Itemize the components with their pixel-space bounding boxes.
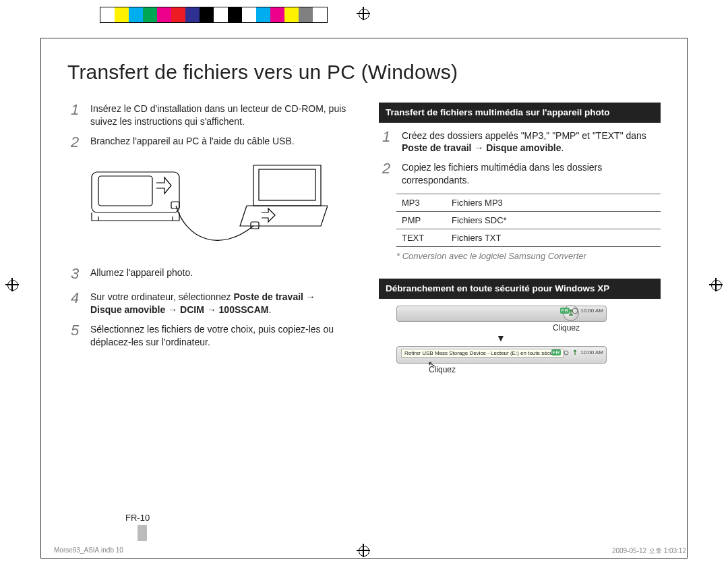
step-number: 3: [67, 264, 82, 284]
tray-usb-icon[interactable]: [572, 349, 578, 356]
color-swatch: [214, 7, 228, 22]
step-5: 5 Sélectionnez les fichiers de votre cho…: [67, 323, 349, 349]
step-number: 2: [67, 132, 82, 152]
table-cell-key: TEXT: [396, 229, 446, 247]
step-text: Sélectionnez les fichiers de votre choix…: [90, 323, 349, 349]
step-number: 1: [67, 100, 82, 128]
registration-mark-icon: [357, 7, 370, 20]
step-text: Insérez le CD d'installation dans un lec…: [90, 103, 349, 128]
mouse-cursor-icon: ↖: [427, 358, 437, 370]
color-swatch: [242, 7, 256, 22]
table-row: MP3Fichiers MP3: [396, 194, 661, 212]
color-swatch: [115, 7, 129, 22]
section-banner-disconnect: Débranchement en toute sécurité pour Win…: [379, 279, 661, 299]
step-1: 1 Insérez le CD d'installation dans un l…: [67, 103, 349, 128]
step-2: 2 Branchez l'appareil au PC à l'aide du …: [67, 135, 349, 152]
tray-lang-label: FR: [551, 349, 562, 355]
svg-rect-4: [171, 202, 179, 208]
color-swatch: [299, 7, 313, 22]
svg-point-8: [564, 351, 568, 355]
right-step-2: 2 Copiez les fichiers multimédia dans le…: [379, 161, 661, 187]
color-swatch: [185, 7, 200, 22]
color-swatch: [270, 7, 284, 22]
tray-lang-label: FR: [560, 308, 570, 314]
page-number-tab: [138, 525, 147, 541]
step-number: 1: [379, 127, 394, 155]
step-number: 5: [67, 320, 82, 349]
down-arrow-icon: ▼: [396, 333, 605, 343]
step-text: Branchez l'appareil au PC à l'aide du câ…: [90, 135, 349, 152]
page-number: FR-10: [125, 513, 150, 523]
svg-rect-5: [251, 222, 259, 229]
registration-mark-icon: [709, 278, 723, 291]
table-cell-value: Fichiers SDC*: [446, 212, 661, 229]
step-number: 2: [379, 159, 394, 187]
registration-mark-icon: [5, 278, 19, 291]
table-footnote: * Conversion avec le logiciel Samsung Co…: [396, 251, 661, 261]
svg-rect-1: [98, 176, 152, 206]
system-tray: FR 10:00 AM: [551, 349, 603, 356]
footer-filename: Morse93_ASIA.indb 10: [54, 546, 123, 554]
color-swatch: [200, 7, 214, 22]
section-banner-multimedia: Transfert de fichiers multimédia sur l'a…: [379, 103, 661, 123]
windows-taskbar-with-tooltip: Retirer USB Mass Storage Device - Lecteu…: [396, 346, 607, 364]
svg-rect-0: [92, 172, 179, 212]
color-swatch: [100, 7, 115, 22]
right-column: Transfert de fichiers multimédia sur l'a…: [379, 103, 661, 374]
table-cell-value: Fichiers TXT: [446, 229, 661, 247]
step-text: Allumez l'appareil photo.: [90, 266, 349, 284]
footer-timestamp: 2009-05-12 오후 1:03:12: [612, 546, 686, 556]
file-type-table: MP3Fichiers MP3PMPFichiers SDC*TEXTFichi…: [396, 194, 661, 247]
page-content: Transfert de fichiers vers un PC (Window…: [67, 61, 661, 374]
color-swatch: [157, 7, 171, 22]
caption-click-1: Cliquez: [553, 323, 580, 333]
table-cell-key: PMP: [396, 212, 446, 229]
tray-icon: [572, 308, 578, 314]
tray-clock: 10:00 AM: [580, 308, 603, 314]
table-cell-value: Fichiers MP3: [446, 194, 661, 212]
color-swatch: [143, 7, 157, 22]
step-text: Créez des dossiers appelés "MP3," "PMP" …: [402, 130, 661, 155]
tray-clock: 10:00 AM: [580, 349, 603, 355]
registration-mark-icon: [357, 544, 370, 557]
page-title: Transfert de fichiers vers un PC (Window…: [67, 61, 661, 84]
color-swatch: [313, 7, 327, 22]
step-3: 3 Allumez l'appareil photo.: [67, 266, 349, 284]
color-swatch: [129, 7, 143, 22]
color-calibration-bar: [100, 7, 328, 23]
windows-taskbar: FR 10:00 AM: [396, 306, 607, 322]
svg-rect-6: [259, 169, 315, 200]
table-row: PMPFichiers SDC*: [396, 212, 661, 229]
step-text: Sur votre ordinateur, sélectionnez Poste…: [90, 291, 349, 316]
color-swatch: [284, 7, 299, 22]
tray-icon: [563, 349, 570, 356]
right-step-1: 1 Créez des dossiers appelés "MP3," "PMP…: [379, 130, 661, 155]
color-swatch: [256, 7, 270, 22]
step-text: Copiez les fichiers multimédia dans les …: [402, 161, 661, 187]
left-column: 1 Insérez le CD d'installation dans un l…: [67, 103, 349, 374]
table-cell-key: MP3: [396, 194, 446, 212]
color-swatch: [171, 7, 185, 22]
system-tray: FR 10:00 AM: [560, 308, 603, 314]
svg-point-7: [572, 308, 578, 314]
step-number: 4: [67, 288, 82, 316]
color-swatch: [228, 7, 242, 22]
camera-usb-laptop-illustration: [85, 159, 349, 260]
safely-remove-tooltip[interactable]: Retirer USB Mass Storage Device - Lecteu…: [401, 349, 564, 358]
step-4: 4 Sur votre ordinateur, sélectionnez Pos…: [67, 291, 349, 316]
table-row: TEXTFichiers TXT: [396, 229, 661, 247]
